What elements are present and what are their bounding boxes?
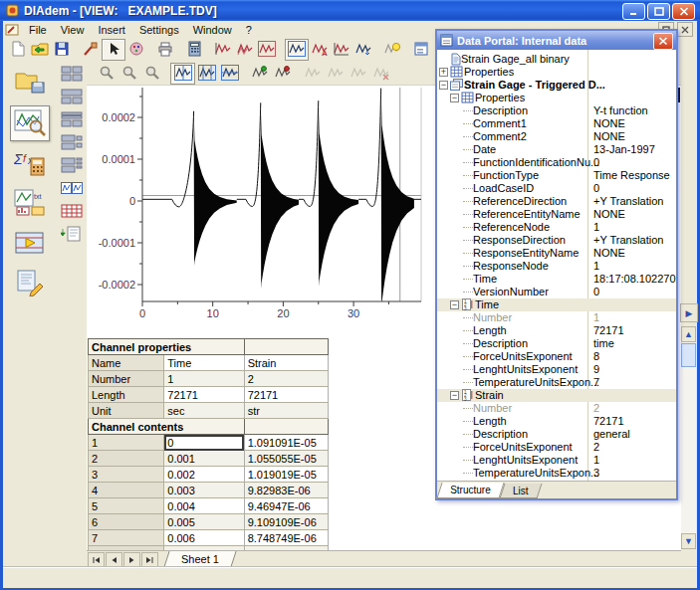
tree-row[interactable]: ForceUnitsExponent2 — [437, 441, 676, 454]
tree-value[interactable]: NONE — [593, 117, 625, 130]
tree-row[interactable]: TemperatureUnitsExpon...7 — [437, 376, 676, 389]
vertical-scrollbar[interactable]: ▲ ▼ — [681, 326, 696, 549]
row-number[interactable]: 5 — [89, 498, 164, 514]
tree-row[interactable]: ForceUnitsExponent8 — [437, 350, 676, 363]
tree-row[interactable]: Comment1NONE — [437, 117, 676, 130]
tree-value[interactable]: Y-t function — [593, 104, 648, 117]
panel-view-button[interactable] — [10, 105, 50, 141]
crosshair-cursor-button[interactable] — [218, 64, 241, 84]
panel-clip-button[interactable] — [11, 227, 49, 261]
menu-window[interactable]: Window — [186, 23, 239, 37]
tree-value[interactable]: 8 — [593, 350, 599, 363]
band-cursor-button[interactable] — [170, 63, 195, 85]
cell-strain[interactable]: 1.091091E-05 — [244, 435, 328, 451]
tree-row[interactable]: −123Time — [437, 298, 676, 311]
design-mode-button[interactable] — [80, 40, 102, 60]
channel-table-button[interactable] — [60, 202, 84, 221]
tree-value[interactable]: 3 — [593, 467, 599, 480]
tab-structure[interactable]: Structure — [436, 483, 504, 498]
property-value-time[interactable]: 1 — [164, 371, 244, 387]
tree-value[interactable]: 72171 — [593, 324, 624, 337]
tree-row[interactable]: Date13-Jan-1997 — [437, 143, 676, 156]
tree-value[interactable]: 0 — [593, 286, 599, 298]
close-button[interactable] — [672, 3, 695, 20]
tree-value[interactable]: NONE — [593, 247, 625, 260]
expand-icon[interactable]: + — [439, 68, 448, 77]
property-value-time[interactable]: 72171 — [164, 387, 244, 403]
tree-value[interactable]: Time Response — [593, 169, 670, 182]
tree-value[interactable]: 0 — [593, 156, 599, 169]
open-file-button[interactable] — [29, 40, 51, 60]
scrollbar-thumb[interactable] — [681, 343, 696, 367]
charts-pair-button[interactable] — [60, 179, 84, 198]
panel-report-button[interactable]: txt — [11, 187, 49, 221]
tree-row[interactable]: ReferenceDirection+Y Translation — [437, 195, 676, 208]
calculator-button[interactable] — [183, 40, 205, 60]
cell-time[interactable]: 0.002 — [164, 467, 244, 483]
tree-row[interactable]: FunctionTypeTime Response — [437, 169, 676, 182]
sud-dialog-button[interactable] — [60, 225, 84, 244]
property-value-strain[interactable]: str — [244, 403, 328, 419]
cell-strain[interactable]: 1.055055E-05 — [244, 451, 328, 467]
data-portal-close-button[interactable] — [653, 33, 673, 50]
layout-2x2-button[interactable] — [60, 65, 84, 84]
property-value-time[interactable]: Time — [164, 355, 244, 371]
row-number[interactable]: 2 — [89, 451, 164, 467]
sheet-next-button[interactable] — [123, 552, 140, 568]
tree-row[interactable]: LenghtUnitsExponent1 — [437, 454, 676, 467]
tree-value[interactable]: NONE — [593, 130, 625, 143]
property-value-time[interactable]: sec — [164, 403, 244, 419]
tree-row[interactable]: Time18:17:08.102270 — [437, 273, 676, 286]
tree-row[interactable]: ResponseEntityNameNONE — [437, 247, 676, 260]
tree-value[interactable]: 13-Jan-1997 — [593, 143, 655, 156]
save-file-button[interactable] — [51, 40, 73, 60]
tree-row[interactable]: ReferenceEntityNameNONE — [437, 208, 676, 221]
row-number[interactable]: 1 — [89, 435, 164, 451]
tree-value[interactable]: 7 — [593, 376, 599, 389]
layout-list-button[interactable] — [60, 156, 84, 175]
tree-row[interactable]: LoadCaseID0 — [437, 182, 676, 195]
tree-row[interactable]: Length72171 — [437, 415, 676, 428]
property-value-strain[interactable]: 72171 — [244, 387, 328, 403]
tree-value[interactable]: +Y Translation — [593, 234, 663, 247]
row-number[interactable]: 3 — [89, 467, 164, 483]
sheet-tab[interactable]: Sheet 1 — [163, 551, 236, 567]
curve-wizard-button[interactable] — [381, 40, 403, 60]
collapse-icon[interactable]: − — [450, 300, 459, 309]
tree-value[interactable]: 1 — [593, 454, 599, 467]
menu-view[interactable]: View — [54, 23, 92, 37]
tree-row[interactable]: LenghtUnitsExponent9 — [437, 363, 676, 376]
cell-strain[interactable]: 8.748749E-06 — [244, 530, 328, 546]
panel-analysis-button[interactable]: Σfx — [11, 147, 49, 181]
zoom-in-button[interactable] — [95, 64, 117, 84]
tree-row[interactable]: +Properties — [437, 66, 676, 79]
curve-drop-button[interactable] — [352, 40, 374, 60]
cell-time[interactable]: 0.006 — [164, 530, 244, 546]
tree-row[interactable]: DescriptionY-t function — [437, 104, 676, 117]
cell-time[interactable]: 0.004 — [164, 498, 244, 514]
tree-row[interactable]: Number1 — [437, 311, 676, 324]
zoom-band-button[interactable] — [117, 64, 140, 84]
sheet-last-button[interactable] — [141, 552, 158, 568]
frame-cursor-button[interactable] — [195, 64, 218, 84]
tree-row[interactable]: ReferenceNode1 — [437, 221, 676, 234]
tree-row[interactable]: Comment2NONE — [437, 130, 676, 143]
cell-strain[interactable]: 9.82983E-06 — [244, 483, 328, 498]
tree-row[interactable]: ResponseDirection+Y Translation — [437, 234, 676, 247]
title-bar[interactable]: DIAdem - [VIEW: EXAMPLE.TDV] — [0, 0, 700, 21]
layout-top-wide-button[interactable] — [60, 88, 84, 106]
collapse-icon[interactable]: − — [450, 391, 459, 400]
flags-copy-button[interactable] — [301, 64, 324, 84]
menu-insert[interactable]: Insert — [91, 23, 132, 37]
tab-list[interactable]: List — [499, 484, 541, 498]
menu-settings[interactable]: Settings — [132, 23, 186, 37]
row-number[interactable]: 7 — [89, 530, 164, 546]
scroll-down-button[interactable]: ▼ — [681, 533, 696, 549]
zoom-off-button[interactable] — [140, 64, 163, 84]
tree-value[interactable]: time — [593, 337, 614, 350]
data-portal-toggle-button[interactable] — [410, 40, 432, 60]
tree-row[interactable]: Number2 — [437, 402, 676, 415]
maximize-button[interactable] — [647, 3, 670, 20]
scroll-up-button[interactable]: ▲ — [681, 326, 696, 342]
tree-row[interactable]: Descriptiongeneral — [437, 428, 676, 441]
